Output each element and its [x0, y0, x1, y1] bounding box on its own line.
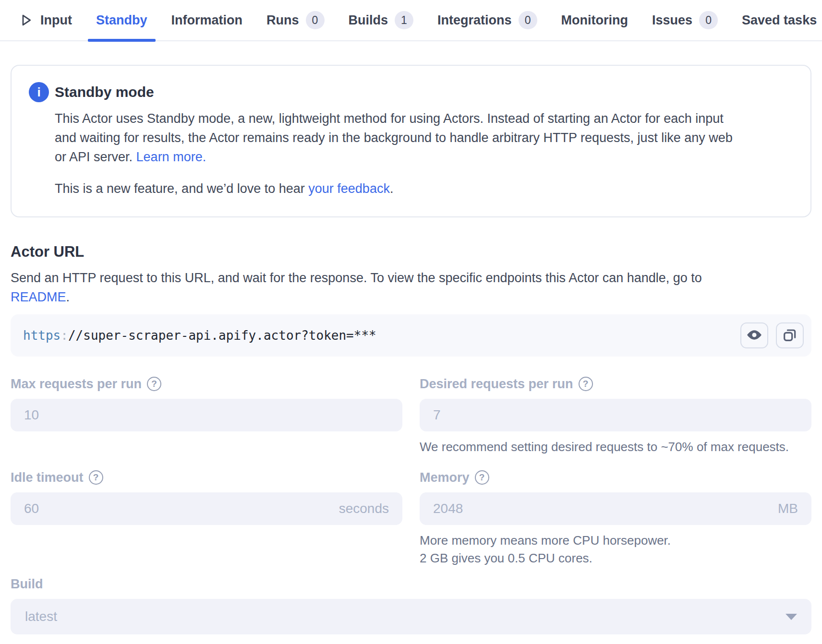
tab-label: Saved tasks — [742, 13, 817, 28]
field-build: Build latest — [11, 576, 811, 634]
idle-timeout-value: 60 — [24, 501, 39, 516]
builds-count-badge: 1 — [395, 11, 413, 29]
readme-suffix-text: . — [66, 290, 70, 304]
memory-hint-line1: More memory means more CPU horsepower. — [420, 532, 811, 549]
memory-label: Memory — [420, 470, 470, 485]
help-icon[interactable]: ? — [89, 470, 103, 485]
readme-link[interactable]: README — [11, 290, 66, 304]
build-select: latest — [11, 599, 811, 634]
tab-label: Issues — [652, 13, 692, 28]
notice-title: Standby mode — [55, 84, 154, 100]
desired-requests-value: 7 — [433, 407, 441, 423]
actor-url-value: https://super-scraper-api.apify.actor?to… — [23, 328, 740, 343]
tab-label: Integrations — [437, 13, 512, 28]
tab-label: Standby — [96, 13, 147, 28]
desired-requests-hint: We recommend setting desired requests to… — [420, 438, 811, 456]
notice-feedback: This is a new feature, and we’d love to … — [55, 179, 741, 198]
memory-hint-line2: 2 GB gives you 0.5 CPU cores. — [420, 549, 811, 567]
max-requests-value: 10 — [24, 407, 39, 423]
help-icon[interactable]: ? — [579, 377, 593, 391]
active-tab-underline — [88, 39, 156, 42]
desired-requests-input: 7 — [420, 399, 811, 431]
feedback-suffix-text: . — [390, 181, 394, 196]
idle-timeout-unit: seconds — [339, 501, 389, 516]
tab-runs[interactable]: Runs 0 — [266, 0, 325, 41]
tab-integrations[interactable]: Integrations 0 — [437, 0, 537, 41]
idle-timeout-label: Idle timeout — [11, 470, 84, 485]
actor-url-heading: Actor URL — [11, 243, 811, 261]
idle-timeout-input: 60 seconds — [11, 492, 402, 525]
url-scheme: https — [23, 328, 60, 343]
notice-body: This Actor uses Standby mode, a new, lig… — [55, 109, 741, 167]
url-actions — [740, 322, 804, 348]
eye-icon — [746, 327, 762, 345]
build-label: Build — [11, 577, 43, 592]
help-icon[interactable]: ? — [475, 470, 489, 485]
field-memory: Memory ? 2048 MB More memory means more … — [420, 469, 811, 567]
tab-label: Runs — [266, 13, 299, 28]
standby-mode-notice: i Standby mode This Actor uses Standby m… — [11, 65, 811, 217]
actor-url-description-text: Send an HTTP request to this URL, and wa… — [11, 271, 702, 285]
memory-value: 2048 — [433, 501, 463, 516]
actor-url-box: https://super-scraper-api.apify.actor?to… — [11, 314, 811, 357]
tab-input[interactable]: Input — [18, 0, 72, 41]
memory-unit: MB — [778, 501, 798, 516]
help-icon[interactable]: ? — [147, 377, 161, 391]
copy-url-button[interactable] — [776, 322, 804, 348]
tab-saved-tasks[interactable]: Saved tasks 0 — [742, 0, 822, 41]
url-colon: : — [60, 328, 68, 343]
info-icon: i — [29, 82, 49, 102]
tab-label: Monitoring — [561, 13, 628, 28]
feedback-link[interactable]: your feedback — [308, 181, 390, 196]
actor-standby-page: Input Standby Information Runs 0 Builds … — [0, 0, 822, 644]
copy-icon — [782, 327, 798, 344]
field-max-requests: Max requests per run ? 10 — [11, 376, 402, 431]
max-requests-label: Max requests per run — [11, 377, 142, 392]
field-idle-timeout: Idle timeout ? 60 seconds — [11, 469, 402, 525]
desired-requests-label: Desired requests per run — [420, 377, 573, 392]
tab-label: Input — [40, 13, 72, 28]
tab-label: Builds — [349, 13, 388, 28]
tab-monitoring[interactable]: Monitoring — [561, 0, 628, 41]
reveal-token-button[interactable] — [740, 322, 768, 348]
build-value: latest — [25, 609, 57, 624]
feedback-prefix-text: This is a new feature, and we’d love to … — [55, 181, 308, 196]
tab-builds[interactable]: Builds 1 — [349, 0, 414, 41]
learn-more-link[interactable]: Learn more. — [136, 150, 206, 164]
standby-settings-form: Max requests per run ? 10 Desired reques… — [11, 376, 811, 567]
play-icon — [18, 12, 34, 28]
tab-issues[interactable]: Issues 0 — [652, 0, 718, 41]
max-requests-input: 10 — [11, 399, 402, 431]
caret-down-icon — [786, 614, 797, 620]
field-desired-requests: Desired requests per run ? 7 We recommen… — [420, 376, 811, 456]
tab-label: Information — [171, 13, 243, 28]
url-rest: //super-scraper-api.apify.actor?token=**… — [68, 328, 376, 343]
integrations-count-badge: 0 — [519, 11, 537, 29]
tab-information[interactable]: Information — [171, 0, 243, 41]
issues-count-badge: 0 — [699, 11, 718, 29]
memory-hint: More memory means more CPU horsepower. 2… — [420, 532, 811, 567]
tab-standby[interactable]: Standby — [96, 0, 147, 41]
actor-url-description: Send an HTTP request to this URL, and wa… — [11, 268, 716, 307]
memory-input: 2048 MB — [420, 492, 811, 525]
tab-bar: Input Standby Information Runs 0 Builds … — [0, 0, 822, 41]
runs-count-badge: 0 — [306, 11, 325, 29]
